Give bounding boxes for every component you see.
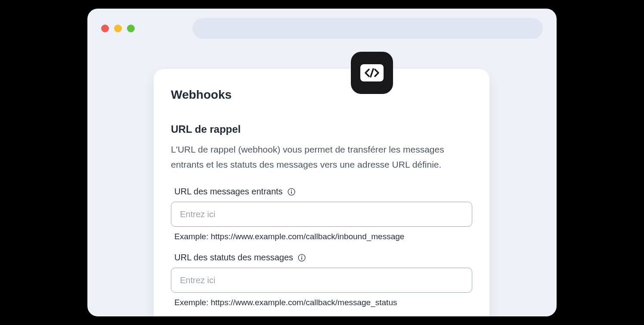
inbound-url-example: Example: https://www.example.com/callbac… [171, 232, 472, 241]
address-bar[interactable] [192, 18, 543, 39]
webhooks-card: Webhooks URL de rappel L'URL de rappel (… [154, 69, 489, 316]
code-icon [360, 64, 384, 81]
maximize-window-button[interactable] [127, 25, 135, 32]
inbound-url-label-row: URL des messages entrants [171, 187, 472, 197]
status-url-field: URL des statuts des messages Exemple: ht… [171, 253, 472, 307]
inbound-url-input[interactable] [171, 202, 472, 227]
minimize-window-button[interactable] [114, 25, 122, 32]
svg-rect-2 [291, 191, 292, 194]
traffic-lights [101, 25, 135, 32]
browser-window: Webhooks URL de rappel L'URL de rappel (… [87, 9, 557, 316]
section-title: URL de rappel [171, 123, 472, 135]
inbound-url-field: URL des messages entrants Example: https… [171, 187, 472, 241]
status-url-label: URL des statuts des messages [174, 253, 293, 262]
section-description: L'URL de rappel (webhook) vous permet de… [171, 142, 472, 172]
info-icon[interactable] [287, 188, 296, 196]
status-url-example: Exemple: https://www.example.com/callbac… [171, 298, 472, 307]
inbound-url-label: URL des messages entrants [174, 187, 283, 197]
code-badge [351, 52, 393, 94]
info-icon[interactable] [297, 253, 306, 262]
browser-chrome [87, 9, 557, 47]
status-url-label-row: URL des statuts des messages [171, 253, 472, 262]
card-title: Webhooks [171, 88, 472, 102]
svg-point-4 [301, 256, 302, 256]
status-url-input[interactable] [171, 268, 472, 293]
svg-rect-5 [301, 257, 302, 260]
close-window-button[interactable] [101, 25, 109, 32]
svg-point-1 [291, 190, 292, 191]
